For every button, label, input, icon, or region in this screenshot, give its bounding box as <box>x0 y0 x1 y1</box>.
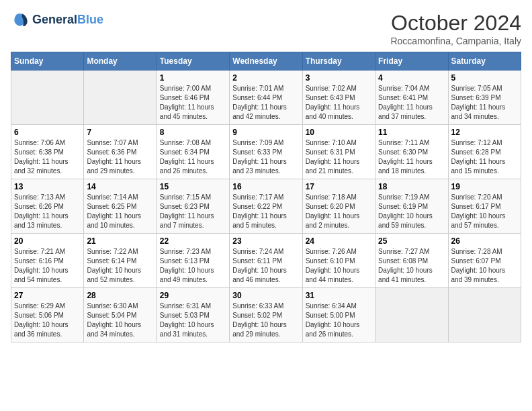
calendar-cell: 18Sunrise: 7:19 AM Sunset: 6:19 PM Dayli… <box>375 179 448 234</box>
calendar-cell: 11Sunrise: 7:11 AM Sunset: 6:30 PM Dayli… <box>375 125 448 179</box>
calendar-week-1: 1Sunrise: 7:00 AM Sunset: 6:46 PM Daylig… <box>11 71 521 125</box>
day-info: Sunrise: 7:19 AM Sunset: 6:19 PM Dayligh… <box>378 193 445 230</box>
calendar-cell: 20Sunrise: 7:21 AM Sunset: 6:16 PM Dayli… <box>11 234 84 288</box>
day-number: 20 <box>14 236 81 246</box>
day-number: 21 <box>87 236 153 246</box>
day-info: Sunrise: 7:24 AM Sunset: 6:11 PM Dayligh… <box>232 247 299 285</box>
calendar-cell: 14Sunrise: 7:14 AM Sunset: 6:25 PM Dayli… <box>84 179 157 234</box>
calendar-cell <box>448 288 521 342</box>
day-number: 28 <box>87 291 153 300</box>
day-number: 31 <box>306 291 372 300</box>
calendar-header-row: SundayMondayTuesdayWednesdayThursdayFrid… <box>11 52 521 71</box>
calendar-week-4: 20Sunrise: 7:21 AM Sunset: 6:16 PM Dayli… <box>11 234 521 288</box>
calendar-cell: 23Sunrise: 7:24 AM Sunset: 6:11 PM Dayli… <box>230 234 302 288</box>
calendar-week-5: 27Sunrise: 6:29 AM Sunset: 5:06 PM Dayli… <box>11 288 521 342</box>
day-number: 3 <box>306 73 372 83</box>
weekday-header-tuesday: Tuesday <box>157 52 229 71</box>
day-info: Sunrise: 6:33 AM Sunset: 5:02 PM Dayligh… <box>232 302 299 339</box>
day-number: 18 <box>378 182 445 191</box>
day-info: Sunrise: 7:27 AM Sunset: 6:08 PM Dayligh… <box>378 247 445 285</box>
day-info: Sunrise: 7:05 AM Sunset: 6:39 PM Dayligh… <box>451 84 518 122</box>
title-block: October 2024 Roccamonfina, Campania, Ita… <box>390 11 521 46</box>
day-number: 13 <box>14 182 81 191</box>
calendar-cell <box>84 71 157 125</box>
day-info: Sunrise: 7:14 AM Sunset: 6:25 PM Dayligh… <box>87 193 153 230</box>
calendar-cell: 12Sunrise: 7:12 AM Sunset: 6:28 PM Dayli… <box>448 125 521 179</box>
logo-general: General <box>32 13 77 26</box>
day-info: Sunrise: 7:00 AM Sunset: 6:46 PM Dayligh… <box>160 84 226 122</box>
day-info: Sunrise: 7:11 AM Sunset: 6:30 PM Dayligh… <box>378 138 445 176</box>
day-number: 19 <box>451 182 518 191</box>
weekday-header-sunday: Sunday <box>11 52 84 71</box>
calendar-cell: 13Sunrise: 7:13 AM Sunset: 6:26 PM Dayli… <box>11 179 84 234</box>
day-number: 25 <box>378 236 445 246</box>
day-number: 6 <box>14 128 81 137</box>
calendar-cell: 26Sunrise: 7:28 AM Sunset: 6:07 PM Dayli… <box>448 234 521 288</box>
day-info: Sunrise: 7:18 AM Sunset: 6:20 PM Dayligh… <box>306 193 372 230</box>
day-info: Sunrise: 7:21 AM Sunset: 6:16 PM Dayligh… <box>14 247 81 285</box>
day-info: Sunrise: 7:26 AM Sunset: 6:10 PM Dayligh… <box>306 247 372 285</box>
day-number: 26 <box>451 236 518 246</box>
calendar-week-2: 6Sunrise: 7:06 AM Sunset: 6:38 PM Daylig… <box>11 125 521 179</box>
day-info: Sunrise: 7:23 AM Sunset: 6:13 PM Dayligh… <box>160 247 226 285</box>
calendar-cell: 25Sunrise: 7:27 AM Sunset: 6:08 PM Dayli… <box>375 234 448 288</box>
day-info: Sunrise: 7:13 AM Sunset: 6:26 PM Dayligh… <box>14 193 81 230</box>
day-number: 7 <box>87 128 153 137</box>
calendar-cell: 16Sunrise: 7:17 AM Sunset: 6:22 PM Dayli… <box>230 179 302 234</box>
calendar-cell: 28Sunrise: 6:30 AM Sunset: 5:04 PM Dayli… <box>84 288 157 342</box>
page-header: GeneralBlue October 2024 Roccamonfina, C… <box>11 11 521 46</box>
day-number: 11 <box>378 128 445 137</box>
month-title: October 2024 <box>390 11 521 36</box>
calendar-cell: 31Sunrise: 6:34 AM Sunset: 5:00 PM Dayli… <box>302 288 375 342</box>
day-info: Sunrise: 7:12 AM Sunset: 6:28 PM Dayligh… <box>451 138 518 176</box>
day-info: Sunrise: 7:04 AM Sunset: 6:41 PM Dayligh… <box>378 84 445 122</box>
day-number: 8 <box>160 128 226 137</box>
calendar-cell: 1Sunrise: 7:00 AM Sunset: 6:46 PM Daylig… <box>157 71 229 125</box>
calendar-cell: 22Sunrise: 7:23 AM Sunset: 6:13 PM Dayli… <box>157 234 229 288</box>
day-number: 29 <box>160 291 226 300</box>
day-number: 10 <box>306 128 372 137</box>
day-info: Sunrise: 7:28 AM Sunset: 6:07 PM Dayligh… <box>451 247 518 285</box>
calendar-cell: 4Sunrise: 7:04 AM Sunset: 6:41 PM Daylig… <box>375 71 448 125</box>
day-info: Sunrise: 6:31 AM Sunset: 5:03 PM Dayligh… <box>160 302 226 339</box>
calendar-cell <box>11 71 84 125</box>
day-info: Sunrise: 7:06 AM Sunset: 6:38 PM Dayligh… <box>14 138 81 176</box>
day-number: 24 <box>306 236 372 246</box>
day-info: Sunrise: 7:17 AM Sunset: 6:22 PM Dayligh… <box>232 193 299 230</box>
logo-icon <box>11 11 30 30</box>
calendar-cell <box>375 288 448 342</box>
day-number: 30 <box>232 291 299 300</box>
weekday-header-thursday: Thursday <box>302 52 375 71</box>
calendar-table: SundayMondayTuesdayWednesdayThursdayFrid… <box>11 52 521 342</box>
calendar-cell: 9Sunrise: 7:09 AM Sunset: 6:33 PM Daylig… <box>230 125 302 179</box>
logo: GeneralBlue <box>11 11 103 30</box>
day-number: 17 <box>306 182 372 191</box>
day-info: Sunrise: 7:07 AM Sunset: 6:36 PM Dayligh… <box>87 138 153 176</box>
day-info: Sunrise: 6:34 AM Sunset: 5:00 PM Dayligh… <box>306 302 372 339</box>
day-number: 2 <box>232 73 299 83</box>
day-number: 4 <box>378 73 445 83</box>
day-number: 27 <box>14 291 81 300</box>
calendar-cell: 19Sunrise: 7:20 AM Sunset: 6:17 PM Dayli… <box>448 179 521 234</box>
calendar-cell: 7Sunrise: 7:07 AM Sunset: 6:36 PM Daylig… <box>84 125 157 179</box>
weekday-header-wednesday: Wednesday <box>230 52 302 71</box>
day-info: Sunrise: 7:15 AM Sunset: 6:23 PM Dayligh… <box>160 193 226 230</box>
calendar-cell: 15Sunrise: 7:15 AM Sunset: 6:23 PM Dayli… <box>157 179 229 234</box>
calendar-cell: 24Sunrise: 7:26 AM Sunset: 6:10 PM Dayli… <box>302 234 375 288</box>
calendar-cell: 2Sunrise: 7:01 AM Sunset: 6:44 PM Daylig… <box>230 71 302 125</box>
calendar-cell: 27Sunrise: 6:29 AM Sunset: 5:06 PM Dayli… <box>11 288 84 342</box>
day-number: 23 <box>232 236 299 246</box>
calendar-cell: 6Sunrise: 7:06 AM Sunset: 6:38 PM Daylig… <box>11 125 84 179</box>
day-info: Sunrise: 6:29 AM Sunset: 5:06 PM Dayligh… <box>14 302 81 339</box>
calendar-week-3: 13Sunrise: 7:13 AM Sunset: 6:26 PM Dayli… <box>11 179 521 234</box>
location-subtitle: Roccamonfina, Campania, Italy <box>390 36 521 46</box>
day-info: Sunrise: 7:02 AM Sunset: 6:43 PM Dayligh… <box>306 84 372 122</box>
calendar-cell: 3Sunrise: 7:02 AM Sunset: 6:43 PM Daylig… <box>302 71 375 125</box>
day-number: 12 <box>451 128 518 137</box>
day-info: Sunrise: 6:30 AM Sunset: 5:04 PM Dayligh… <box>87 302 153 339</box>
calendar-cell: 29Sunrise: 6:31 AM Sunset: 5:03 PM Dayli… <box>157 288 229 342</box>
day-info: Sunrise: 7:09 AM Sunset: 6:33 PM Dayligh… <box>232 138 299 176</box>
weekday-header-monday: Monday <box>84 52 157 71</box>
day-info: Sunrise: 7:20 AM Sunset: 6:17 PM Dayligh… <box>451 193 518 230</box>
day-number: 22 <box>160 236 226 246</box>
